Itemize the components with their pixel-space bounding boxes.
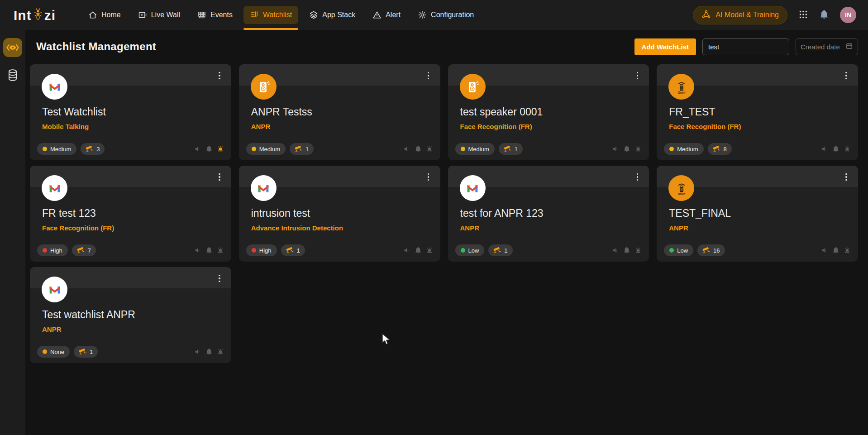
- priority-dot: [43, 248, 47, 253]
- cards-grid: Test WatchlistMobile TalkingMedium3ANPR …: [30, 63, 858, 363]
- bell-icon[interactable]: [415, 247, 422, 254]
- gmail-icon: [42, 175, 67, 201]
- volume-mute-icon[interactable]: [194, 145, 201, 153]
- siren-icon[interactable]: [844, 145, 851, 153]
- nav-item-configuration[interactable]: Configuration: [411, 6, 480, 24]
- card-category: Face Recognition (FR): [42, 224, 114, 232]
- avatar-initials: IN: [845, 11, 851, 19]
- camera-count-badge: 1: [488, 244, 512, 256]
- siren-icon[interactable]: [217, 247, 224, 254]
- gmail-icon: [42, 74, 67, 100]
- nav-item-label: Home: [101, 11, 121, 19]
- bell-icon[interactable]: [832, 145, 839, 153]
- add-watchlist-button[interactable]: Add WatchList: [634, 38, 696, 55]
- card-menu-button[interactable]: [841, 171, 852, 183]
- card-title: Test Watchlist: [42, 106, 222, 118]
- bell-icon[interactable]: [205, 348, 213, 355]
- ai-button-label: AI Model & Training: [715, 11, 779, 19]
- main-content: Watchlist Management Add WatchList Creat…: [25, 30, 868, 435]
- bell-icon[interactable]: [205, 247, 213, 254]
- watchlist-card[interactable]: FR test 123Face Recognition (FR)High7: [30, 166, 231, 262]
- watchlist-card[interactable]: test speaker 0001Face Recognition (FR)Me…: [448, 64, 649, 160]
- ant-icon: [33, 8, 43, 22]
- card-menu-button[interactable]: [423, 171, 434, 183]
- bell-icon[interactable]: [623, 145, 630, 153]
- card-title: test speaker 0001: [460, 106, 640, 118]
- bell-icon[interactable]: [623, 247, 630, 254]
- card-quick-icons: [403, 145, 433, 153]
- siren-icon[interactable]: [426, 247, 433, 254]
- siren-icon[interactable]: [634, 145, 642, 153]
- watchlist-card[interactable]: Test WatchlistMobile TalkingMedium3: [30, 64, 231, 160]
- watchlist-management-page: { "brand": { "name_prefix": "Int", "name…: [0, 0, 868, 435]
- nav-item-label: App Stack: [322, 11, 355, 19]
- watchlist-card[interactable]: ANPR TestssANPRMedium1: [239, 64, 440, 160]
- card-quick-icons: [194, 348, 224, 355]
- priority-label: Low: [468, 247, 479, 254]
- siren-icon[interactable]: [844, 247, 851, 254]
- bell-icon[interactable]: [415, 145, 422, 153]
- volume-mute-icon[interactable]: [403, 145, 410, 153]
- priority-label: Medium: [50, 146, 71, 153]
- priority-badge: Low: [664, 244, 693, 256]
- watchlist-card[interactable]: intrusion testAdvance Intrusion Detectio…: [239, 166, 440, 262]
- nav-item-live-wall[interactable]: Live Wall: [132, 6, 186, 24]
- card-title: FR test 123: [42, 207, 222, 220]
- card-menu-button[interactable]: [214, 171, 225, 183]
- watchlist-card[interactable]: OnvifFR_TESTFace Recognition (FR)Medium8: [657, 64, 858, 160]
- intozi-logo[interactable]: Int zi: [14, 8, 56, 22]
- priority-label: High: [259, 247, 272, 254]
- volume-mute-icon[interactable]: [194, 247, 201, 254]
- siren-icon[interactable]: [217, 348, 224, 355]
- card-menu-button[interactable]: [632, 171, 643, 183]
- nav-item-app-stack[interactable]: App Stack: [303, 6, 362, 24]
- siren-icon[interactable]: [426, 145, 433, 153]
- card-title: TEST_FINAL: [669, 207, 849, 220]
- watchlist-card[interactable]: OnvifTEST_FINALANPRLow16: [657, 166, 858, 262]
- cctv-camera-icon: [77, 246, 85, 255]
- card-title: FR_TEST: [669, 106, 849, 118]
- camera-count: 1: [90, 349, 93, 355]
- siren-icon[interactable]: [634, 247, 642, 254]
- volume-mute-icon[interactable]: [612, 145, 619, 153]
- user-avatar[interactable]: IN: [840, 7, 856, 23]
- search-input[interactable]: [702, 38, 789, 55]
- nav-item-events[interactable]: Events: [191, 6, 239, 24]
- watchlist-card[interactable]: test for ANPR 123ANPRLow1: [448, 166, 649, 262]
- ai-model-training-button[interactable]: AI Model & Training: [693, 6, 787, 24]
- card-menu-button[interactable]: [632, 70, 643, 81]
- cctv-camera-icon: [713, 144, 721, 154]
- volume-mute-icon[interactable]: [194, 348, 201, 355]
- notifications-bell-button[interactable]: [819, 10, 829, 21]
- cctv-camera-icon: [295, 144, 303, 154]
- camera-count: 1: [297, 247, 300, 254]
- siren-icon[interactable]: [217, 145, 224, 153]
- nav-item-watchlist[interactable]: Watchlist: [243, 6, 298, 24]
- created-date-filter[interactable]: Created date: [796, 38, 858, 55]
- volume-mute-icon[interactable]: [821, 145, 828, 153]
- bell-icon[interactable]: [205, 145, 213, 153]
- card-menu-button[interactable]: [214, 70, 225, 81]
- card-menu-button[interactable]: [423, 70, 434, 81]
- card-quick-icons: [821, 145, 851, 153]
- bell-icon[interactable]: [832, 247, 839, 254]
- nav-item-label: Watchlist: [263, 11, 292, 19]
- card-menu-button[interactable]: [214, 272, 225, 284]
- card-menu-button[interactable]: [841, 70, 852, 81]
- nav-item-home[interactable]: Home: [82, 6, 127, 24]
- card-quick-icons: [194, 247, 224, 254]
- cctv-camera-icon: [86, 144, 94, 154]
- nav-item-alert[interactable]: Alert: [366, 6, 407, 24]
- sidebar-item-watchlist[interactable]: [3, 38, 22, 57]
- navbar-right-controls: AI Model & Training IN: [693, 6, 856, 24]
- priority-dot: [43, 349, 47, 354]
- watchlist-card[interactable]: Test watchlist ANPRANPRNone1: [30, 267, 231, 363]
- cctv-camera-icon: [493, 246, 501, 255]
- sidebar-item-database[interactable]: [3, 66, 22, 85]
- priority-badge: High: [37, 244, 68, 256]
- volume-mute-icon[interactable]: [821, 247, 828, 254]
- apps-grid-button[interactable]: [798, 10, 808, 21]
- volume-mute-icon[interactable]: [612, 247, 619, 254]
- volume-mute-icon[interactable]: [403, 247, 410, 254]
- watch-eye-icon: [5, 42, 20, 53]
